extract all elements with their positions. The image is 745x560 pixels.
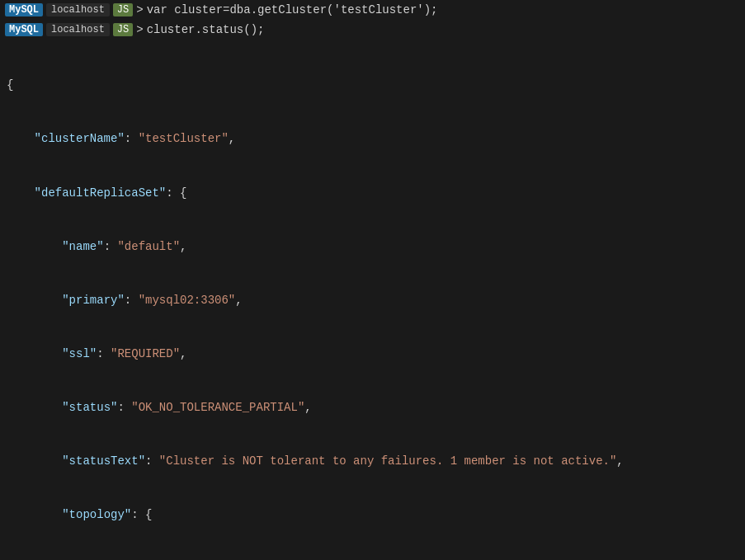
- code-line-08: "statusText": "Cluster is NOT tolerant t…: [7, 453, 738, 471]
- mysql-badge-2: MySQL: [5, 23, 43, 36]
- mysql-badge-1: MySQL: [5, 3, 43, 16]
- code-line-09: "topology": {: [7, 506, 738, 525]
- command-text-1: var cluster=dba.getCluster('testCluster'…: [147, 3, 438, 16]
- command-line-1: MySQL localhost JS > var cluster=dba.get…: [0, 0, 745, 20]
- code-line-03: "defaultReplicaSet": {: [7, 185, 738, 203]
- code-line-05: "primary": "mysql02:3306",: [7, 292, 738, 310]
- code-output: { "clusterName": "testCluster", "default…: [0, 41, 745, 560]
- code-line-02: "clusterName": "testCluster",: [7, 130, 738, 148]
- host-badge-1: localhost: [46, 3, 110, 16]
- code-line-06: "ssl": "REQUIRED",: [7, 346, 738, 364]
- js-badge-2: JS: [113, 23, 133, 36]
- prompt-arrow-1: >: [136, 3, 143, 16]
- js-badge-1: JS: [113, 3, 133, 16]
- code-line-07: "status": "OK_NO_TOLERANCE_PARTIAL",: [7, 399, 738, 417]
- host-badge-2: localhost: [46, 23, 110, 36]
- terminal-window: MySQL localhost JS > var cluster=dba.get…: [0, 0, 745, 560]
- command-line-2: MySQL localhost JS > cluster.status();: [0, 21, 745, 38]
- command-text-2: cluster.status();: [147, 23, 265, 36]
- code-line-01: {: [7, 77, 738, 95]
- code-line-04: "name": "default",: [7, 238, 738, 256]
- prompt-arrow-2: >: [136, 23, 143, 36]
